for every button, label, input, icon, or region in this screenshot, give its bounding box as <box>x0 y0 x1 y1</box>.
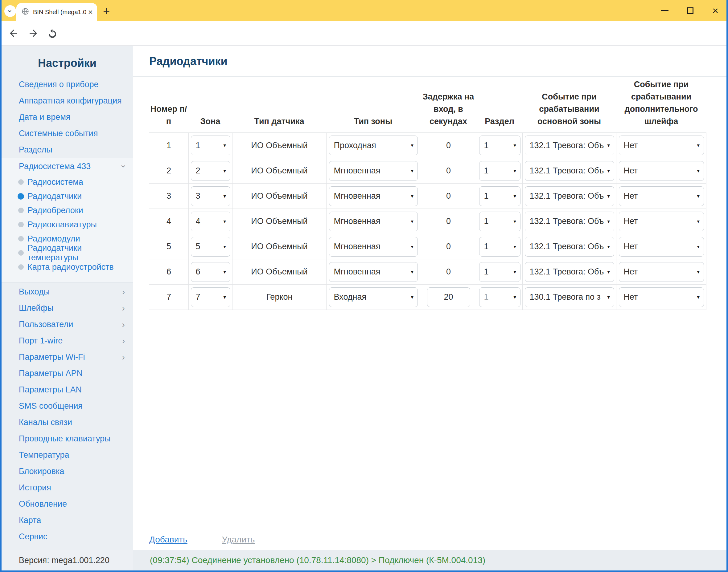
sidebar-item-port-1wire[interactable]: Порт 1-wire› <box>2 333 133 349</box>
sidebar-item-date-time[interactable]: Дата и время <box>2 109 133 125</box>
zone-type-select[interactable]: Мгновенная▼ <box>329 237 418 257</box>
sidebar-item-comm-channels[interactable]: Каналы связи <box>2 414 133 431</box>
window-controls: × <box>660 0 724 21</box>
sidebar-item-apn-params[interactable]: Параметры APN <box>2 365 133 382</box>
main-event-select[interactable]: 132.1 Тревога: Объ▼ <box>525 237 614 257</box>
sidebar-item-radio-keyfobs[interactable]: Радиобрелоки <box>2 203 133 217</box>
sidebar-item-partitions[interactable]: Разделы <box>2 142 133 158</box>
main-event-select[interactable]: 132.1 Тревога: Объ▼ <box>525 136 614 155</box>
sidebar-item-radio-device-map[interactable]: Карта радиоустройств <box>2 260 133 274</box>
row-number: 5 <box>167 242 171 252</box>
sidebar-item-update[interactable]: Обновление <box>2 496 133 512</box>
close-button[interactable]: × <box>711 6 720 15</box>
sidebar-item-outputs[interactable]: Выходы› <box>2 284 133 300</box>
delete-row-link[interactable]: Удалить <box>222 535 255 544</box>
row-number: 6 <box>167 267 171 277</box>
browser-toolbar: Не защищено http://device.ritm.ru/mega/s… <box>0 21 728 46</box>
main-event-select[interactable]: 132.1 Тревога: Объ▼ <box>525 161 614 181</box>
zone-type-select[interactable]: Мгновенная▼ <box>329 186 418 206</box>
col-header-sensor-type: Тип датчика <box>232 115 326 132</box>
sidebar-item-lock[interactable]: Блокировка <box>2 463 133 480</box>
sidebar-item-temperature[interactable]: Температура <box>2 447 133 463</box>
tab-search-button[interactable]: › <box>4 5 16 17</box>
sensor-type-label: ИО Объемный <box>251 217 307 226</box>
col-header-zone: Зона <box>188 115 232 132</box>
sidebar-item-wired-keypads[interactable]: Проводные клавиатуры <box>2 431 133 447</box>
maximize-button[interactable] <box>685 6 695 15</box>
zone-select[interactable]: 4▼ <box>191 212 230 231</box>
reload-button[interactable] <box>47 28 58 39</box>
zone-select[interactable]: 2▼ <box>191 161 230 181</box>
main-panel: Радиодатчики Номер п/п Зона Тип датчика … <box>133 46 726 570</box>
zone-type-select[interactable]: Входная▼ <box>329 287 418 307</box>
aux-event-select[interactable]: Нет▼ <box>619 287 704 307</box>
sidebar-item-users[interactable]: Пользователи› <box>2 316 133 333</box>
sidebar-item-loops[interactable]: Шлейфы› <box>2 300 133 316</box>
sidebar-item-radiosystem[interactable]: Радиосистема <box>2 175 133 189</box>
connection-status-bar: (09:37:54) Соединение установлено (10.78… <box>133 550 726 570</box>
chevron-right-icon: › <box>122 287 125 297</box>
zone-select[interactable]: 1▼ <box>191 136 230 155</box>
partition-select[interactable]: 1▼ <box>479 186 521 206</box>
zone-type-select[interactable]: Проходная▼ <box>329 136 418 155</box>
aux-event-select[interactable]: Нет▼ <box>619 136 704 155</box>
aux-event-select[interactable]: Нет▼ <box>619 237 704 257</box>
aux-event-select[interactable]: Нет▼ <box>619 262 704 282</box>
sidebar-item-system-events[interactable]: Системные события <box>2 125 133 142</box>
sidebar-item-service[interactable]: Сервис <box>2 528 133 545</box>
chevron-right-icon: › <box>122 352 125 362</box>
forward-button[interactable] <box>28 28 39 39</box>
partition-select[interactable]: 1▼ <box>479 212 521 231</box>
partition-select[interactable]: 1▼ <box>479 237 521 257</box>
entry-delay-value: 0 <box>446 267 451 277</box>
add-row-link[interactable]: Добавить <box>149 535 187 544</box>
partition-select[interactable]: 1▼ <box>479 262 521 282</box>
browser-tab[interactable]: BIN Shell (mega1.001.220) × <box>16 3 97 21</box>
row-number: 1 <box>167 141 171 150</box>
chevron-down-icon: ▼ <box>513 270 517 275</box>
sensor-type-label: ИО Объемный <box>251 267 307 277</box>
entry-delay-input[interactable] <box>427 287 470 307</box>
new-tab-button[interactable]: + <box>100 5 113 17</box>
main-event-select[interactable]: 132.1 Тревога: Объ▼ <box>525 186 614 206</box>
aux-event-select[interactable]: Нет▼ <box>619 161 704 181</box>
chevron-down-icon: › <box>6 10 14 13</box>
main-event-select[interactable]: 132.1 Тревога: Объ▼ <box>525 212 614 231</box>
minimize-button[interactable] <box>660 6 669 15</box>
entry-delay-value: 0 <box>446 191 451 201</box>
sidebar-item-lan-params[interactable]: Параметры LAN <box>2 382 133 398</box>
back-button[interactable] <box>8 28 19 39</box>
main-event-select[interactable]: 130.1 Тревога по з▼ <box>525 287 614 307</box>
zone-type-select[interactable]: Мгновенная▼ <box>329 161 418 181</box>
sensor-type-label: Геркон <box>266 292 293 302</box>
sidebar-item-map[interactable]: Карта <box>2 512 133 528</box>
aux-event-select[interactable]: Нет▼ <box>619 212 704 231</box>
zone-select[interactable]: 7▼ <box>191 287 230 307</box>
main-event-select[interactable]: 132.1 Тревога: Объ▼ <box>525 262 614 282</box>
sidebar-item-radio-temp-sensors[interactable]: Радиодатчики температуры <box>2 246 133 260</box>
zone-select[interactable]: 5▼ <box>191 237 230 257</box>
sidebar-group-header-radiosystem-433[interactable]: Радиосистема 433 › <box>2 158 133 174</box>
sidebar-item-sms[interactable]: SMS сообщения <box>2 398 133 414</box>
sidebar-title: Настройки <box>2 57 133 70</box>
window-border-bottom <box>0 570 728 572</box>
zone-type-select[interactable]: Мгновенная▼ <box>329 262 418 282</box>
bullet-icon <box>18 264 24 270</box>
partition-select[interactable]: 1▼ <box>479 136 521 155</box>
sidebar-item-wifi-params[interactable]: Параметры Wi-Fi› <box>2 349 133 365</box>
partition-select[interactable]: 1▼ <box>479 161 521 181</box>
sidebar-item-history[interactable]: История <box>2 480 133 496</box>
zone-type-select[interactable]: Мгновенная▼ <box>329 212 418 231</box>
aux-event-select[interactable]: Нет▼ <box>619 186 704 206</box>
row-number: 2 <box>167 166 171 175</box>
tab-close-icon[interactable]: × <box>88 8 93 16</box>
zone-select[interactable]: 6▼ <box>191 262 230 282</box>
sidebar-item-radio-keypads[interactable]: Радиоклавиатуры <box>2 217 133 232</box>
chevron-down-icon: ▼ <box>410 244 414 249</box>
sidebar-item-device-info[interactable]: Сведения о приборе <box>2 76 133 93</box>
partition-select[interactable]: 1▼ <box>479 287 521 307</box>
zone-select[interactable]: 3▼ <box>191 186 230 206</box>
sidebar-item-hardware-config[interactable]: Аппаратная конфигурация <box>2 93 133 109</box>
sidebar-item-radio-sensors[interactable]: Радиодатчики <box>2 189 133 203</box>
table-body: 1 1▼ ИО Объемный Проходная▼ 0 1▼ 132.1 Т… <box>149 132 707 310</box>
